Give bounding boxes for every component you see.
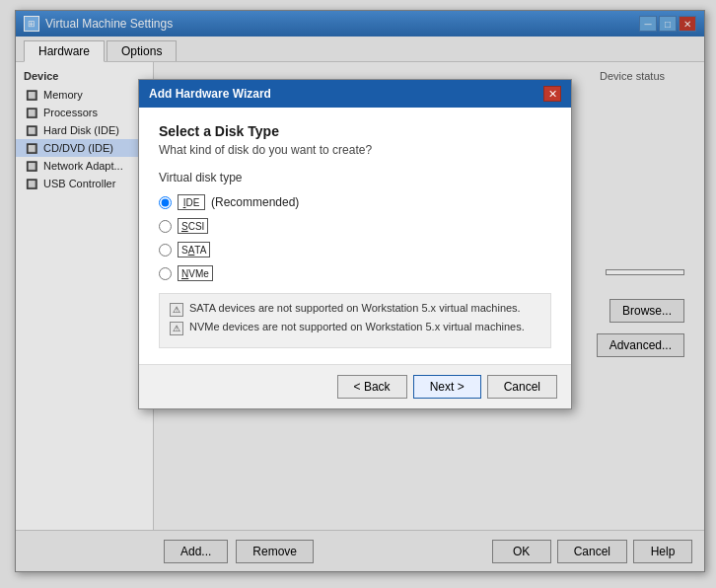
- radio-ide-label[interactable]: IDE: [178, 194, 205, 210]
- dialog-section-title: Select a Disk Type: [159, 123, 551, 139]
- radio-scsi[interactable]: [159, 220, 172, 233]
- radio-option-nvme: NVMe: [159, 265, 551, 281]
- radio-option-sata: SATA: [159, 242, 551, 257]
- radio-sata[interactable]: [159, 244, 172, 257]
- add-hardware-dialog: Add Hardware Wizard ✕ Select a Disk Type…: [138, 79, 572, 409]
- warning-nvme: ⚠ NVMe devices are not supported on Work…: [170, 321, 540, 335]
- dialog-footer: < Back Next > Cancel: [139, 364, 571, 408]
- warning-nvme-icon: ⚠: [170, 322, 183, 335]
- ide-box: IDE: [178, 194, 205, 210]
- warning-sata-icon: ⚠: [170, 303, 183, 317]
- dialog-overlay: Add Hardware Wizard ✕ Select a Disk Type…: [0, 0, 716, 588]
- radio-option-ide: IDE (Recommended): [159, 194, 551, 210]
- radio-scsi-label[interactable]: SCSI: [178, 218, 208, 234]
- scsi-box: SCSI: [178, 218, 208, 234]
- next-button[interactable]: Next >: [413, 375, 481, 399]
- dialog-close-button[interactable]: ✕: [543, 86, 561, 102]
- dialog-section-subtitle: What kind of disk do you want to create?: [159, 143, 551, 157]
- disk-type-label: Virtual disk type: [159, 171, 551, 184]
- radio-nvme[interactable]: [159, 267, 172, 280]
- dialog-title: Add Hardware Wizard: [149, 87, 271, 101]
- dialog-titlebar: Add Hardware Wizard ✕: [139, 80, 571, 108]
- warning-nvme-text: NVMe devices are not supported on Workst…: [189, 321, 525, 332]
- ide-recommended: (Recommended): [211, 195, 299, 209]
- radio-ide[interactable]: [159, 196, 172, 209]
- nvme-box: NVMe: [178, 265, 213, 281]
- radio-nvme-label[interactable]: NVMe: [178, 265, 213, 281]
- warning-sata: ⚠ SATA devices are not supported on Work…: [170, 302, 540, 317]
- dialog-content: Select a Disk Type What kind of disk do …: [139, 108, 571, 364]
- dialog-cancel-button[interactable]: Cancel: [487, 375, 557, 399]
- warning-section: ⚠ SATA devices are not supported on Work…: [159, 293, 551, 348]
- sata-box: SATA: [178, 242, 210, 257]
- radio-sata-label[interactable]: SATA: [178, 242, 210, 257]
- back-button[interactable]: < Back: [337, 375, 407, 399]
- warning-sata-text: SATA devices are not supported on Workst…: [189, 302, 521, 314]
- radio-option-scsi: SCSI: [159, 218, 551, 234]
